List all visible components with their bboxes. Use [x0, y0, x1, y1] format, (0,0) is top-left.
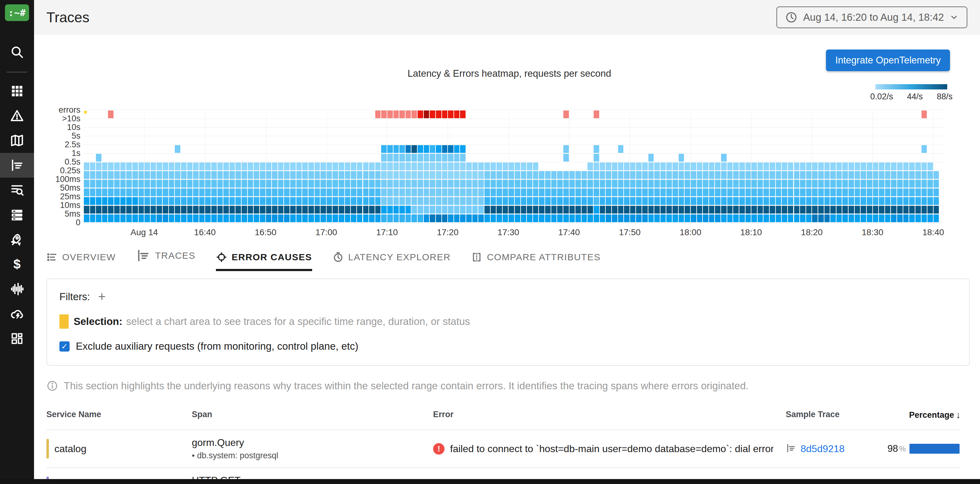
heatmap-cell: [830, 206, 836, 213]
heatmap-x-label: 17:20: [437, 228, 458, 237]
heatmap-cell: [867, 188, 872, 196]
heatmap-cell: [278, 188, 284, 196]
table-header-service-name[interactable]: Service Name: [46, 410, 192, 419]
heatmap-cell: [430, 154, 435, 162]
heatmap-cell: [466, 162, 472, 170]
heatmap-cell: [132, 162, 138, 170]
heatmap-cell: [278, 206, 284, 213]
coroot-logo[interactable]: :~#: [5, 4, 29, 21]
heatmap-cell: [861, 197, 866, 205]
tab-label: TRACES: [155, 250, 196, 261]
time-range-picker[interactable]: Aug 14, 16:20 to Aug 14, 18:42: [776, 6, 967, 28]
heatmap-cell: [424, 215, 430, 222]
heatmap-cell: [551, 180, 557, 188]
heatmap-title: Latency & Errors heatmap, requests per s…: [34, 68, 980, 79]
heatmap-cell: [521, 180, 527, 188]
heatmap-cell: [776, 171, 781, 179]
heatmap-cell: [903, 162, 909, 170]
filters-label: Filters:: [59, 291, 90, 302]
sidebar-item-anomalies[interactable]: [0, 277, 34, 301]
sidebar-item-costs[interactable]: $: [0, 252, 34, 277]
heatmap-cell: [697, 215, 703, 222]
heatmap-cell: [660, 215, 666, 222]
heatmap-cell: [867, 162, 872, 170]
table-row[interactable]: cataloggorm.Query• db.system: postgresql…: [46, 430, 961, 468]
sidebar-item-incidents[interactable]: [0, 103, 34, 128]
heatmap-cell: [812, 171, 818, 179]
heatmap-cell: [351, 171, 356, 179]
heatmap-cell: [145, 197, 150, 205]
heatmap-cell: [806, 171, 812, 179]
heatmap-cell: [879, 162, 885, 170]
table-header-span[interactable]: Span: [192, 410, 433, 419]
heatmap-cell: [921, 188, 927, 196]
heatmap-cell: [915, 206, 921, 213]
tab-compare-attributes[interactable]: COMPARE ATTRIBUTES: [471, 252, 601, 271]
heatmap-cell: [235, 162, 241, 170]
percentage-unit: %: [899, 444, 906, 453]
heatmap-cell: [436, 188, 441, 196]
heatmap-cell: [320, 206, 326, 213]
table-header-sample-trace[interactable]: Sample Trace: [786, 410, 885, 419]
table-header-error[interactable]: Error: [433, 410, 786, 419]
heatmap-cell: [509, 171, 514, 179]
heatmap-y-label: 25ms: [34, 192, 80, 201]
heatmap-cell: [746, 188, 751, 196]
heatmap-cell: [903, 197, 909, 205]
heatmap-cell: [302, 206, 308, 213]
heatmap-cell: [327, 180, 332, 188]
error-icon: !: [433, 443, 444, 455]
heatmap-cell: [636, 180, 641, 188]
heatmap-cell: [654, 215, 660, 222]
sidebar-item-search[interactable]: [0, 40, 34, 64]
heatmap-cell: [824, 188, 830, 196]
main-content: Traces Aug 14, 16:20 to Aug 14, 18:42 In…: [34, 0, 980, 484]
heatmap-cell: [181, 180, 186, 188]
heatmap-cell: [120, 197, 126, 205]
heatmap-cell: [491, 171, 496, 179]
heatmap-cell: [824, 206, 830, 213]
tab-overview[interactable]: OVERVIEW: [46, 252, 116, 271]
heatmap-cell: [921, 197, 927, 205]
sidebar-item-dashboards[interactable]: [0, 326, 34, 351]
heatmap-cell: [369, 215, 375, 222]
heatmap-cell: [794, 197, 800, 205]
heatmap-cell: [691, 180, 696, 188]
heatmap-cell: [448, 206, 453, 213]
tab-label: ERROR CAUSES: [232, 252, 312, 263]
heatmap-cell: [642, 197, 648, 205]
heatmap-cell: [138, 162, 144, 170]
heatmap-cell: [527, 162, 532, 170]
heatmap-cell: [575, 171, 581, 179]
sample-trace-link[interactable]: 8d5d9218: [800, 443, 845, 455]
heatmap-cell: [473, 188, 478, 196]
sidebar-item-risks[interactable]: [0, 301, 34, 326]
sidebar-item-applications[interactable]: [0, 79, 34, 103]
sidebar-item-logs[interactable]: [0, 178, 34, 202]
tab-latency-explorer[interactable]: LATENCY EXPLORER: [332, 252, 451, 271]
heatmap-cell: [418, 215, 423, 222]
heatmap-cell: [411, 171, 417, 179]
heatmap-cell: [746, 180, 751, 188]
heatmap-cell: [327, 215, 332, 222]
heatmap-cell: [163, 180, 168, 188]
tab-traces[interactable]: TRACES: [136, 248, 196, 271]
tab-error-causes[interactable]: ERROR CAUSES: [216, 252, 312, 271]
exclude-auxiliary-checkbox[interactable]: ✓: [59, 341, 70, 352]
heatmap-cell: [909, 162, 915, 170]
heatmap-cell: [806, 188, 812, 196]
heatmap-cell: [411, 206, 417, 213]
heatmap-cell: [563, 206, 569, 213]
add-filter-button[interactable]: +: [98, 290, 106, 303]
heatmap-plot[interactable]: [84, 110, 945, 223]
table-header-percentage[interactable]: Percentage↓: [885, 410, 961, 420]
heatmap-cell: [442, 180, 448, 188]
sidebar-item-deployments[interactable]: [0, 227, 34, 252]
tab-label: COMPARE ATTRIBUTES: [487, 252, 601, 263]
heatmap-cell: [260, 197, 266, 205]
sidebar-item-service-map[interactable]: [0, 128, 34, 153]
sidebar-item-traces[interactable]: [0, 153, 34, 178]
heatmap-cell: [915, 197, 921, 205]
heatmap-cell: [448, 145, 453, 153]
sidebar-item-nodes[interactable]: [0, 202, 34, 227]
